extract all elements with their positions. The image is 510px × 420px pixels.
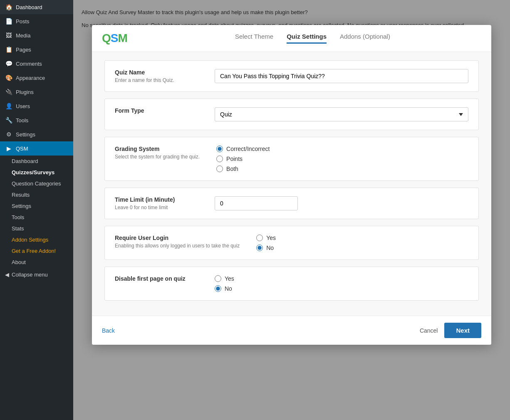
require-login-control: Yes No [256,235,468,251]
require-login-no[interactable]: No [256,245,468,251]
tools-icon: 🔧 [5,117,12,124]
sidebar-sub-quizzes[interactable]: Quizzes/Surveys [0,167,73,178]
require-login-title: Require User Login [115,235,240,241]
grading-both-radio[interactable] [216,166,223,172]
grading-system-desc: Select the system for grading the quiz. [115,154,200,160]
cancel-button[interactable]: Cancel [420,327,438,334]
require-login-yes-radio[interactable] [256,235,263,241]
quiz-name-control [215,69,468,83]
modal-header: QSM Select Theme Quiz Settings Addons (O… [92,25,491,52]
sidebar-item-users[interactable]: 👤 Users [0,99,73,113]
qsm-icon: ▶ [5,145,12,152]
sidebar-sub-tools[interactable]: Tools [0,212,73,223]
grading-points-radio[interactable] [216,156,223,162]
time-limit-input[interactable] [215,196,298,210]
collapse-menu-button[interactable]: ◀ Collapse menu [0,268,73,282]
grading-system-label-block: Grading System Select the system for gra… [115,146,200,160]
require-login-desc: Enabling this allows only logged in user… [115,243,240,249]
media-icon: 🖼 [5,32,12,39]
comments-icon: 💬 [5,60,12,67]
grading-system-radio-group: Correct/Incorrect Points Both [216,146,468,172]
grading-correct-incorrect-radio[interactable] [216,146,223,152]
sidebar: 🏠 Dashboard 📄 Posts 🖼 Media 📋 Pages 💬 Co… [0,0,73,420]
qsm-logo: QSM [102,32,127,45]
require-login-section: Require User Login Enabling this allows … [104,226,479,260]
dashboard-icon: 🏠 [5,4,12,10]
time-limit-title: Time Limit (in Minute) [115,196,198,203]
sidebar-item-comments[interactable]: 💬 Comments [0,57,73,71]
require-login-label-block: Require User Login Enabling this allows … [115,235,240,249]
form-type-label-block: Form Type [115,107,198,116]
posts-icon: 📄 [5,18,12,25]
sidebar-sub-stats[interactable]: Stats [0,223,73,234]
modal-tabs: Select Theme Quiz Settings Addons (Optio… [144,33,481,44]
sidebar-sub-results[interactable]: Results [0,189,73,200]
sidebar-item-dashboard[interactable]: 🏠 Dashboard [0,0,73,14]
sidebar-item-settings[interactable]: ⚙ Settings [0,127,73,141]
tab-addons-optional[interactable]: Addons (Optional) [340,33,390,44]
next-button[interactable]: Next [444,323,481,338]
sidebar-item-pages[interactable]: 📋 Pages [0,42,73,57]
sidebar-sub-question-categories[interactable]: Question Categories [0,178,73,189]
modal-dialog: QSM Select Theme Quiz Settings Addons (O… [92,25,491,345]
grading-system-title: Grading System [115,146,200,152]
quiz-name-title: Quiz Name [115,69,198,76]
sidebar-item-tools[interactable]: 🔧 Tools [0,113,73,127]
modal-footer: Back Cancel Next [92,316,491,345]
disable-first-page-no[interactable]: No [215,285,468,292]
sidebar-item-qsm[interactable]: ▶ QSM [0,141,73,156]
form-type-title: Form Type [115,107,198,114]
tab-quiz-settings[interactable]: Quiz Settings [287,33,327,44]
time-limit-label-block: Time Limit (in Minute) Leave 0 for no ti… [115,196,198,210]
sidebar-sub-dashboard[interactable]: Dashboard [0,156,73,167]
form-type-section: Form Type Quiz Survey [104,99,479,130]
plugins-icon: 🔌 [5,89,12,95]
main-area: Allow Quiz And Survey Master to track th… [73,0,510,420]
footer-right: Cancel Next [420,323,481,338]
form-type-control: Quiz Survey [215,107,468,121]
sidebar-sub-about[interactable]: About [0,257,73,268]
time-limit-control [215,196,468,210]
form-type-select[interactable]: Quiz Survey [215,107,468,121]
quiz-name-label-block: Quiz Name Enter a name for this Quiz. [115,69,198,83]
sidebar-sub-settings[interactable]: Settings [0,200,73,212]
grading-both[interactable]: Both [216,166,468,172]
grading-system-section: Grading System Select the system for gra… [104,137,479,181]
disable-first-page-label-block: Disable first page on quiz [115,275,198,284]
quiz-name-section: Quiz Name Enter a name for this Quiz. [104,60,479,92]
grading-points[interactable]: Points [216,156,468,162]
sidebar-sub-addon-settings[interactable]: Addon Settings [0,234,73,245]
disable-first-page-yes-radio[interactable] [215,275,221,282]
require-login-radio-group: Yes No [256,235,468,251]
quiz-name-desc: Enter a name for this Quiz. [115,77,198,83]
sidebar-item-media[interactable]: 🖼 Media [0,28,73,42]
sidebar-item-plugins[interactable]: 🔌 Plugins [0,85,73,99]
back-button[interactable]: Back [102,327,115,334]
sidebar-item-appearance[interactable]: 🎨 Appearance [0,71,73,85]
quiz-name-input[interactable] [215,69,468,83]
grading-correct-incorrect[interactable]: Correct/Incorrect [216,146,468,152]
modal-body: Quiz Name Enter a name for this Quiz. Fo… [92,52,491,316]
disable-first-page-no-radio[interactable] [215,285,221,292]
sidebar-sub-get-addon[interactable]: Get a Free Addon! [0,245,73,257]
sidebar-item-posts[interactable]: 📄 Posts [0,14,73,28]
appearance-icon: 🎨 [5,74,12,81]
disable-first-page-yes[interactable]: Yes [215,275,468,282]
disable-first-page-radio-group: Yes No [215,275,468,292]
disable-first-page-title: Disable first page on quiz [115,275,198,282]
time-limit-section: Time Limit (in Minute) Leave 0 for no ti… [104,188,479,219]
grading-system-control: Correct/Incorrect Points Both [216,146,468,172]
require-login-yes[interactable]: Yes [256,235,468,241]
users-icon: 👤 [5,103,12,109]
disable-first-page-section: Disable first page on quiz Yes No [104,267,479,301]
disable-first-page-control: Yes No [215,275,468,292]
tab-select-theme[interactable]: Select Theme [235,33,273,44]
require-login-no-radio[interactable] [256,245,263,251]
settings-icon: ⚙ [5,131,12,138]
time-limit-desc: Leave 0 for no time limit [115,205,198,210]
collapse-icon: ◀ [5,272,9,278]
pages-icon: 📋 [5,46,12,53]
modal-overlay: QSM Select Theme Quiz Settings Addons (O… [73,0,510,420]
